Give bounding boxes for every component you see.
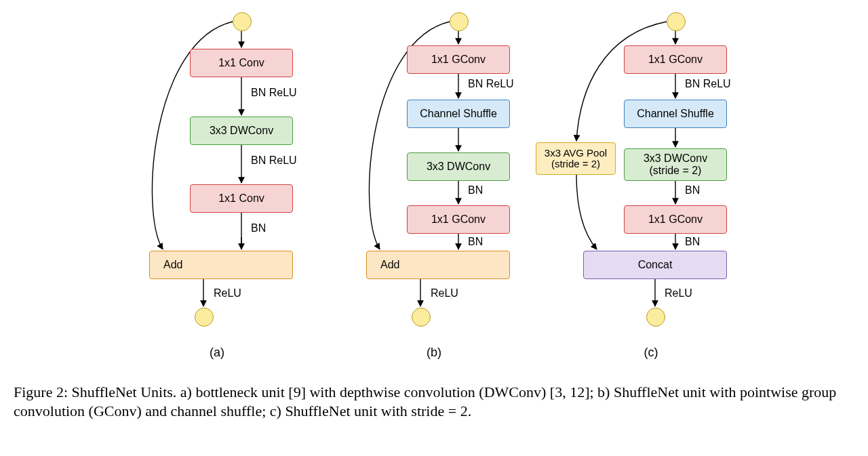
dwconv-a: 3x3 DWConv — [190, 117, 293, 145]
dwconv-b: 3x3 DWConv — [407, 152, 510, 181]
bn-a-3: BN — [251, 222, 266, 234]
gconv-c-1: 1x1 GConv — [624, 45, 727, 74]
unit-b: 1x1 GConv BN ReLU Channel Shuffle 3x3 DW… — [332, 7, 536, 362]
figure-caption: Figure 2: ShuffleNet Units. a) bottlenec… — [14, 383, 854, 421]
diagram-area: 1x1 Conv BN ReLU 3x3 DWConv BN ReLU 1x1 … — [115, 7, 753, 362]
avg-pool-c-label: 3x3 AVG Pool (stride = 2) — [545, 148, 607, 170]
bn-relu-b-1: BN ReLU — [468, 78, 514, 90]
avg-pool-c-line1: 3x3 AVG Pool — [545, 147, 607, 159]
bn-b-3: BN — [468, 236, 483, 248]
conv1x1-a-2: 1x1 Conv — [190, 184, 293, 213]
add-b: Add — [366, 251, 510, 279]
concat-c-label: Concat — [638, 259, 673, 271]
channel-shuffle-c: Channel Shuffle — [624, 100, 727, 128]
input-node-a — [233, 12, 252, 31]
relu-c: ReLU — [665, 287, 692, 299]
conv1x1-a-1: 1x1 Conv — [190, 49, 293, 77]
page-root: 1x1 Conv BN ReLU 3x3 DWConv BN ReLU 1x1 … — [0, 0, 868, 456]
channel-shuffle-b: Channel Shuffle — [407, 100, 510, 128]
channel-shuffle-b-label: Channel Shuffle — [420, 108, 497, 120]
concat-c: Concat — [583, 251, 727, 279]
dwconv-c: 3x3 DWConv (stride = 2) — [624, 148, 727, 181]
conv1x1-a-2-label: 1x1 Conv — [218, 192, 264, 205]
add-a: Add — [149, 251, 293, 279]
dwconv-c-line2: (stride = 2) — [650, 165, 702, 176]
output-node-b — [412, 308, 431, 327]
bn-c-3: BN — [685, 236, 700, 248]
bn-c-2: BN — [685, 184, 700, 196]
dwconv-b-label: 3x3 DWConv — [427, 161, 490, 173]
bn-b-2: BN — [468, 184, 483, 196]
dwconv-c-label: 3x3 DWConv (stride = 2) — [644, 152, 707, 176]
output-node-a — [195, 308, 214, 327]
gconv-b-2: 1x1 GConv — [407, 205, 510, 234]
avg-pool-c-line2: (stride = 2) — [551, 158, 600, 169]
add-a-label: Add — [163, 259, 182, 271]
unit-c: 1x1 GConv BN ReLU Channel Shuffle 3x3 DW… — [549, 7, 753, 362]
dwconv-a-label: 3x3 DWConv — [210, 125, 273, 137]
gconv-c-2-label: 1x1 GConv — [648, 213, 703, 226]
input-node-b — [450, 12, 469, 31]
gconv-b-1: 1x1 GConv — [407, 45, 510, 74]
sublabel-a: (a) — [115, 346, 319, 360]
sublabel-c: (c) — [549, 346, 753, 360]
gconv-b-1-label: 1x1 GConv — [431, 54, 486, 66]
conv1x1-a-1-label: 1x1 Conv — [218, 57, 264, 69]
avg-pool-c: 3x3 AVG Pool (stride = 2) — [536, 142, 616, 175]
bn-relu-a-2: BN ReLU — [251, 154, 297, 167]
dwconv-c-line1: 3x3 DWConv — [644, 152, 707, 164]
relu-a: ReLU — [214, 287, 241, 299]
output-node-c — [646, 308, 665, 327]
channel-shuffle-c-label: Channel Shuffle — [637, 108, 714, 120]
add-b-label: Add — [380, 259, 399, 271]
bn-relu-c-1: BN ReLU — [685, 78, 731, 90]
input-node-c — [667, 12, 686, 31]
bn-relu-a-1: BN ReLU — [251, 87, 297, 99]
gconv-c-1-label: 1x1 GConv — [648, 54, 703, 66]
gconv-b-2-label: 1x1 GConv — [431, 213, 486, 226]
gconv-c-2: 1x1 GConv — [624, 205, 727, 234]
unit-a: 1x1 Conv BN ReLU 3x3 DWConv BN ReLU 1x1 … — [115, 7, 319, 362]
relu-b: ReLU — [431, 287, 458, 299]
sublabel-b: (b) — [332, 346, 536, 360]
